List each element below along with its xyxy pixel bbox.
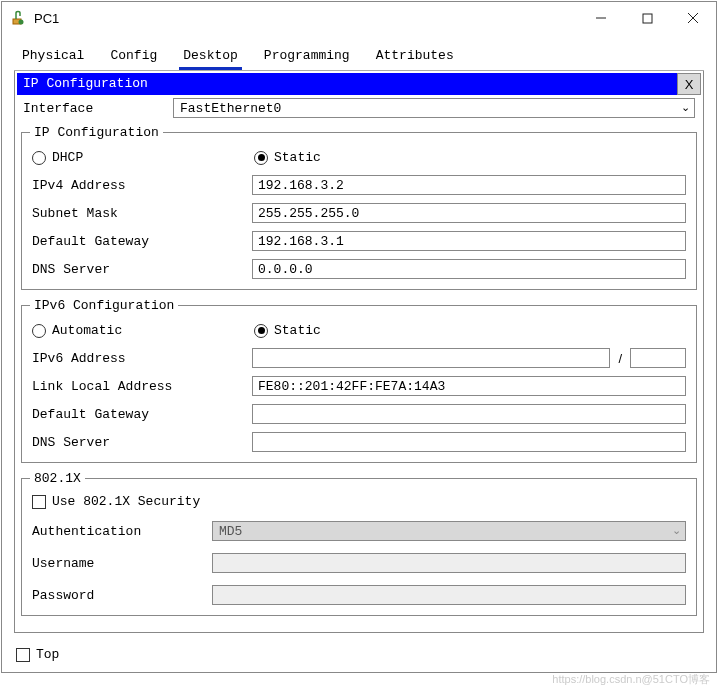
checkbox-icon [16,648,30,662]
ipv6-address-input[interactable] [252,348,610,368]
dot1x-legend: 802.1X [30,471,85,486]
top-checkbox-option[interactable]: Top [16,647,59,662]
interface-select[interactable]: FastEthernet0 ⌄ [173,98,695,118]
ip-config-header: IP Configuration X [17,73,701,95]
bottom-bar: Top [2,639,716,672]
link-local-label: Link Local Address [32,379,252,394]
close-button[interactable] [670,2,716,34]
ipv6-static-label: Static [274,323,321,338]
ip-config-close-button[interactable]: X [677,73,701,95]
watermark: https://blog.csdn.n@51CTO博客 [552,672,710,674]
maximize-button[interactable] [624,2,670,34]
radio-unchecked-icon [32,324,46,338]
top-label: Top [36,647,59,662]
ipv6-prefix-input[interactable] [630,348,686,368]
interface-value: FastEthernet0 [180,101,281,116]
use-8021x-label: Use 802.1X Security [52,494,200,509]
svg-point-1 [19,20,24,25]
link-local-input[interactable]: FE80::201:42FF:FE7A:14A3 [252,376,686,396]
ipv4-gateway-input[interactable]: 192.168.3.1 [252,231,686,251]
checkbox-icon [32,495,46,509]
tab-config[interactable]: Config [106,46,161,68]
window-controls [578,2,716,34]
ipv4-static-label: Static [274,150,321,165]
authentication-label: Authentication [32,524,212,539]
password-input [212,585,686,605]
radio-checked-icon [254,151,268,165]
ipv6-mode-row: Automatic Static [26,317,692,344]
svg-rect-3 [643,14,652,23]
ipv4-dhcp-label: DHCP [52,150,83,165]
radio-unchecked-icon [32,151,46,165]
authentication-value: MD5 [219,524,242,539]
tab-attributes[interactable]: Attributes [372,46,458,68]
ipv4-static-option[interactable]: Static [254,150,321,165]
use-8021x-option[interactable]: Use 802.1X Security [32,494,200,509]
ipv6-gateway-input[interactable] [252,404,686,424]
chevron-down-icon: ⌄ [681,101,690,114]
ipv4-address-input[interactable]: 192.168.3.2 [252,175,686,195]
ipv6-prefix-separator: / [616,351,624,366]
minimize-button[interactable] [578,2,624,34]
username-input [212,553,686,573]
ipv4-gateway-label: Default Gateway [32,234,252,249]
ipv4-legend: IP Configuration [30,125,163,140]
username-label: Username [32,556,212,571]
ipv6-automatic-option[interactable]: Automatic [32,323,254,338]
ipv4-dhcp-option[interactable]: DHCP [32,150,254,165]
ipv6-static-option[interactable]: Static [254,323,321,338]
tab-bar: Physical Config Desktop Programming Attr… [14,46,704,71]
interface-label: Interface [23,101,173,116]
interface-row: Interface FastEthernet0 ⌄ [17,95,701,121]
ipv6-config-group: IPv6 Configuration Automatic Static IPv6… [21,298,697,463]
ipv4-config-group: IP Configuration DHCP Static IPv4 Addres… [21,125,697,290]
ipv4-mode-row: DHCP Static [26,144,692,171]
authentication-select: MD5 ⌄ [212,521,686,541]
ipv4-address-label: IPv4 Address [32,178,252,193]
app-window: PC1 Physical Config Desktop Programming … [1,1,717,673]
ipv6-gateway-label: Default Gateway [32,407,252,422]
tab-physical[interactable]: Physical [18,46,88,68]
chevron-down-icon: ⌄ [672,524,681,537]
titlebar[interactable]: PC1 [2,2,716,34]
password-label: Password [32,588,212,603]
desktop-panel: IP Configuration X Interface FastEtherne… [14,71,704,633]
radio-checked-icon [254,324,268,338]
ipv6-dns-label: DNS Server [32,435,252,450]
subnet-mask-input[interactable]: 255.255.255.0 [252,203,686,223]
subnet-mask-label: Subnet Mask [32,206,252,221]
ipv6-automatic-label: Automatic [52,323,122,338]
ipv6-legend: IPv6 Configuration [30,298,178,313]
app-icon [10,10,26,26]
content-area: Physical Config Desktop Programming Attr… [2,34,716,639]
ipv4-dns-label: DNS Server [32,262,252,277]
ipv6-dns-input[interactable] [252,432,686,452]
dot1x-group: 802.1X Use 802.1X Security Authenticatio… [21,471,697,616]
tab-programming[interactable]: Programming [260,46,354,68]
tab-desktop[interactable]: Desktop [179,46,242,70]
ipv4-dns-input[interactable]: 0.0.0.0 [252,259,686,279]
ipv6-address-label: IPv6 Address [32,351,252,366]
window-title: PC1 [34,11,578,26]
ip-config-title: IP Configuration [17,73,677,95]
